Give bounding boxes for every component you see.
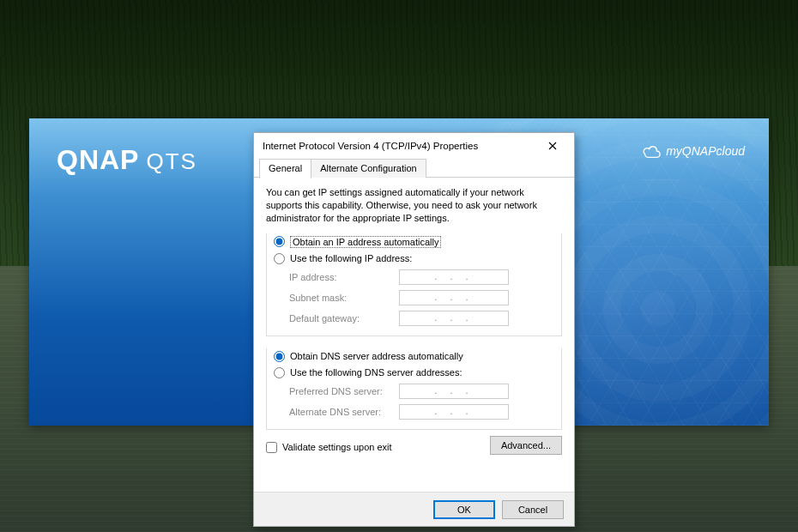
ip-group: Obtain an IP address automatically Use t… [266, 233, 562, 336]
cloud-icon [642, 144, 661, 158]
default-gateway-label: Default gateway: [289, 313, 390, 323]
dns-group: Obtain DNS server address automatically … [266, 348, 562, 430]
tabstrip: General Alternate Configuration [254, 159, 574, 178]
brand-block: QNAP QTS [57, 144, 197, 176]
validate-label: Validate settings upon exit [282, 442, 392, 452]
radio-ip-auto[interactable] [274, 236, 285, 247]
ip-address-input[interactable]: . . . [399, 269, 509, 285]
dialog-title: Internet Protocol Version 4 (TCP/IPv4) P… [263, 141, 478, 151]
ip-address-label: IP address: [289, 272, 390, 282]
tab-general[interactable]: General [259, 159, 311, 178]
radio-ip-auto-label: Obtain an IP address automatically [290, 236, 441, 248]
alternate-dns-label: Alternate DNS server: [289, 407, 390, 417]
radio-dns-manual[interactable] [274, 367, 285, 378]
validate-checkbox[interactable] [266, 442, 277, 453]
ipv4-properties-dialog: Internet Protocol Version 4 (TCP/IPv4) P… [253, 132, 575, 527]
preferred-dns-label: Preferred DNS server: [289, 386, 390, 396]
tab-alternate-configuration[interactable]: Alternate Configuration [311, 159, 426, 178]
cancel-button[interactable]: Cancel [502, 500, 564, 519]
cloud-label: myQNAPcloud [666, 144, 745, 158]
radio-dns-manual-label: Use the following DNS server addresses: [290, 367, 462, 378]
dialog-footer: OK Cancel [254, 492, 574, 526]
close-button[interactable] [536, 136, 569, 156]
brand-minor-text: QTS [146, 148, 196, 175]
advanced-button[interactable]: Advanced... [490, 436, 562, 455]
preferred-dns-input[interactable]: . . . [399, 384, 509, 399]
panel-general: You can get IP settings assigned automat… [254, 178, 574, 460]
subnet-mask-input[interactable]: . . . [399, 290, 509, 305]
subnet-mask-label: Subnet mask: [289, 293, 390, 303]
close-icon [548, 142, 557, 150]
radio-dns-auto[interactable] [274, 351, 285, 362]
radio-ip-manual[interactable] [274, 253, 285, 264]
default-gateway-input[interactable]: . . . [399, 311, 509, 326]
radio-dns-auto-label: Obtain DNS server address automatically [290, 351, 463, 361]
titlebar[interactable]: Internet Protocol Version 4 (TCP/IPv4) P… [254, 133, 574, 159]
ok-button[interactable]: OK [433, 500, 495, 519]
intro-text: You can get IP settings assigned automat… [266, 186, 562, 225]
radio-ip-manual-label: Use the following IP address: [290, 253, 412, 263]
alternate-dns-input[interactable]: . . . [399, 404, 509, 420]
brand-major-text: QNAP [57, 144, 139, 176]
myqnapcloud-link[interactable]: myQNAPcloud [642, 144, 745, 158]
